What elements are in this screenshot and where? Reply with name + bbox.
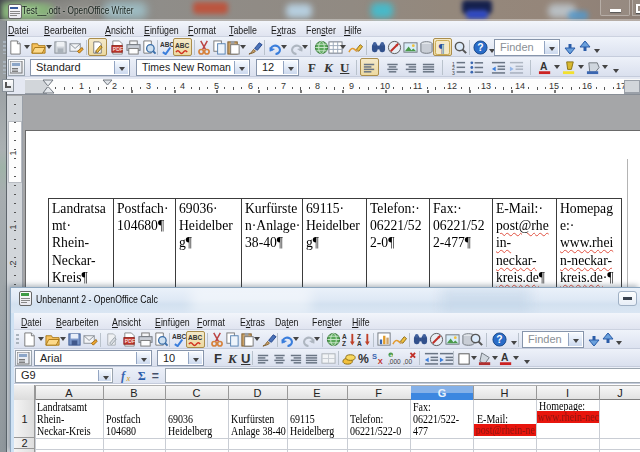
svg-text:A: A: [357, 340, 362, 347]
svg-text:A: A: [342, 333, 347, 340]
svg-text:PDF: PDF: [125, 338, 135, 344]
svg-text:Σ: Σ: [138, 369, 146, 383]
svg-text:Z: Z: [357, 333, 361, 340]
svg-text:A: A: [501, 352, 509, 363]
svg-text:S: S: [372, 352, 377, 361]
svg-text:Z: Z: [342, 340, 346, 347]
svg-text:?: ?: [496, 334, 502, 345]
svg-text:A: A: [540, 61, 548, 72]
svg-text:ABC: ABC: [175, 42, 189, 49]
svg-text:ABC: ABC: [188, 334, 202, 341]
svg-text:+: +: [389, 352, 392, 358]
svg-text:ABC: ABC: [172, 333, 186, 340]
svg-text:X: X: [378, 357, 383, 366]
svg-text:,000: ,000: [388, 358, 401, 365]
svg-text:%: %: [358, 352, 369, 366]
svg-text:¶: ¶: [439, 41, 445, 55]
svg-text:3: 3: [452, 70, 455, 75]
svg-text:?: ?: [477, 42, 483, 53]
svg-text:=: =: [152, 369, 159, 383]
svg-text:,00: ,00: [403, 358, 412, 365]
svg-text:PDF: PDF: [113, 46, 123, 52]
svg-text:x: x: [126, 373, 131, 383]
